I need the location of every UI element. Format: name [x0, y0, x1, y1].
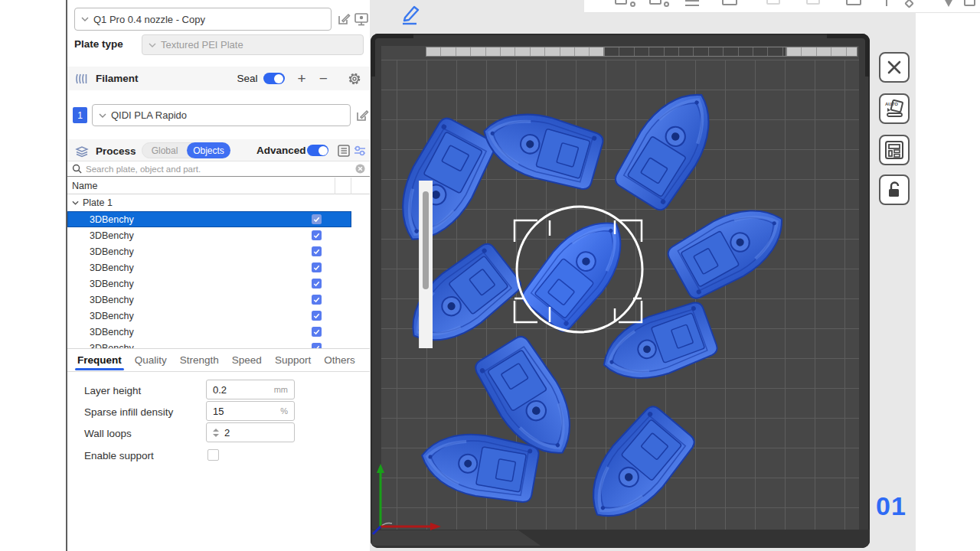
- infill-density-input[interactable]: 15 %: [206, 401, 295, 421]
- auto-orient-button[interactable]: AUTO: [879, 93, 910, 124]
- scrollbar-thumb[interactable]: [423, 191, 429, 289]
- search-bar: [67, 161, 370, 177]
- stepper-arrows-icon[interactable]: [213, 429, 219, 437]
- toolbar-icon[interactable]: [766, 0, 780, 5]
- chevron-down-icon: [72, 201, 79, 205]
- name-column-header: Name: [72, 181, 97, 191]
- object-name: 3DBenchy: [90, 230, 134, 241]
- print-checkbox[interactable]: [312, 246, 322, 256]
- process-title: Process: [96, 145, 136, 157]
- plate-type-label: Plate type: [74, 38, 123, 50]
- lock-button[interactable]: [879, 174, 910, 205]
- print-checkbox[interactable]: [312, 279, 322, 289]
- tab-support[interactable]: Support: [275, 349, 311, 371]
- chevron-down-icon: [81, 17, 89, 21]
- filament-dropdown[interactable]: QIDI PLA Rapido: [92, 104, 351, 126]
- toolbar-icon[interactable]: [846, 0, 861, 5]
- plate-row-label: Plate 1: [83, 197, 113, 208]
- tree-item-object[interactable]: 3DBenchy: [67, 308, 351, 324]
- printer-host-icon[interactable]: [354, 11, 369, 27]
- close-plate-button[interactable]: [879, 52, 910, 83]
- print-checkbox[interactable]: [312, 327, 322, 337]
- printer-preset-value: Q1 Pro 0.4 nozzle - Copy: [93, 14, 205, 25]
- printer-preset-dropdown[interactable]: Q1 Pro 0.4 nozzle - Copy: [74, 8, 332, 31]
- add-filament-button[interactable]: +: [298, 71, 306, 86]
- remove-filament-button[interactable]: −: [319, 71, 328, 86]
- plate-type-value: Textured PEI Plate: [161, 39, 243, 51]
- chevron-down-icon: [149, 43, 156, 47]
- infill-density-label: Sparse infill density: [84, 406, 173, 417]
- tree-header: Name: [67, 178, 370, 194]
- tree-item-object[interactable]: 3DBenchy: [67, 227, 351, 243]
- filament-settings-gear-icon[interactable]: [348, 72, 361, 86]
- layer-height-input[interactable]: 0.2 mm: [206, 380, 295, 399]
- print-checkbox[interactable]: [312, 311, 322, 321]
- enable-support-label: Enable support: [84, 449, 154, 461]
- tree-item-object[interactable]: 3DBenchy: [67, 340, 351, 348]
- toolbar-icon[interactable]: [630, 2, 635, 7]
- tab-speed[interactable]: Speed: [232, 349, 262, 371]
- layer-height-label: Layer height: [84, 384, 141, 396]
- plate-marker-strip: [426, 47, 604, 57]
- object-name: 3DBenchy: [90, 279, 134, 289]
- scope-global[interactable]: Global: [142, 145, 187, 156]
- toolbar-icon[interactable]: [964, 0, 975, 6]
- search-icon: [72, 164, 82, 174]
- seal-label: Seal: [237, 73, 258, 84]
- advanced-toggle[interactable]: [307, 145, 328, 156]
- tab-strength[interactable]: Strength: [180, 349, 219, 371]
- tree-item-object[interactable]: 3DBenchy: [67, 324, 351, 340]
- object-name: 3DBenchy: [90, 327, 134, 337]
- toolbar-icon[interactable]: [664, 2, 669, 7]
- edit-printer-icon[interactable]: [337, 12, 351, 26]
- tree-item-plate[interactable]: Plate 1: [67, 194, 351, 211]
- toolbar-icon[interactable]: [806, 0, 820, 5]
- edit-pencil-icon[interactable]: [400, 2, 421, 25]
- toolbar-icon[interactable]: [685, 0, 699, 2]
- print-checkbox[interactable]: [312, 295, 322, 305]
- clear-search-icon[interactable]: [355, 164, 365, 174]
- toolbar-icon[interactable]: [886, 0, 887, 6]
- advanced-label: Advanced: [256, 145, 306, 156]
- tab-others[interactable]: Others: [324, 349, 355, 371]
- print-checkbox[interactable]: [312, 214, 322, 224]
- filament-section-header: Filament Seal + −: [67, 67, 370, 90]
- plate-marker-strip: [604, 47, 786, 57]
- process-tab-bar: Frequent Quality Strength Speed Support …: [67, 348, 370, 372]
- tree-item-object[interactable]: 3DBenchy: [67, 276, 351, 292]
- tune-sliders-icon[interactable]: [353, 144, 367, 158]
- tree-item-object[interactable]: 3DBenchy: [67, 259, 351, 276]
- toolbar-icon[interactable]: [649, 0, 662, 5]
- print-checkbox[interactable]: [312, 262, 322, 272]
- svg-text:AUTO: AUTO: [885, 102, 898, 106]
- arrange-button[interactable]: [879, 135, 910, 165]
- tab-quality[interactable]: Quality: [135, 349, 167, 371]
- tab-frequent[interactable]: Frequent: [77, 349, 122, 371]
- wall-loops-stepper[interactable]: 2: [206, 422, 295, 442]
- seal-toggle[interactable]: [263, 73, 285, 84]
- filament-title: Filament: [96, 73, 139, 84]
- process-scope-switch[interactable]: Global Objects: [142, 142, 230, 158]
- plate-type-dropdown[interactable]: Textured PEI Plate: [142, 34, 364, 55]
- tree-item-object[interactable]: 3DBenchy: [67, 243, 351, 259]
- toolbar-icon[interactable]: [904, 0, 914, 8]
- tree-item-object[interactable]: 3DBenchy: [67, 211, 351, 227]
- toolbar-icon[interactable]: [722, 0, 737, 5]
- parameter-list-icon[interactable]: [337, 144, 351, 158]
- top-toolbar: [584, 0, 980, 13]
- toolbar-icon[interactable]: [615, 0, 627, 5]
- edit-filament-icon[interactable]: [355, 109, 369, 122]
- object-name: 3DBenchy: [90, 343, 134, 349]
- filament-icon: [74, 72, 90, 86]
- print-checkbox[interactable]: [312, 230, 322, 240]
- search-input[interactable]: [86, 165, 351, 174]
- filament-value: QIDI PLA Rapido: [111, 109, 187, 121]
- scope-objects[interactable]: Objects: [187, 142, 230, 158]
- object-list-scrollbar[interactable]: [419, 181, 433, 348]
- enable-support-checkbox[interactable]: [207, 449, 219, 461]
- filament-slot-badge[interactable]: 1: [73, 107, 87, 123]
- toolbar-icon[interactable]: [685, 5, 699, 6]
- toolbar-icon[interactable]: [944, 0, 953, 7]
- print-checkbox[interactable]: [312, 343, 322, 348]
- tree-item-object[interactable]: 3DBenchy: [67, 292, 351, 308]
